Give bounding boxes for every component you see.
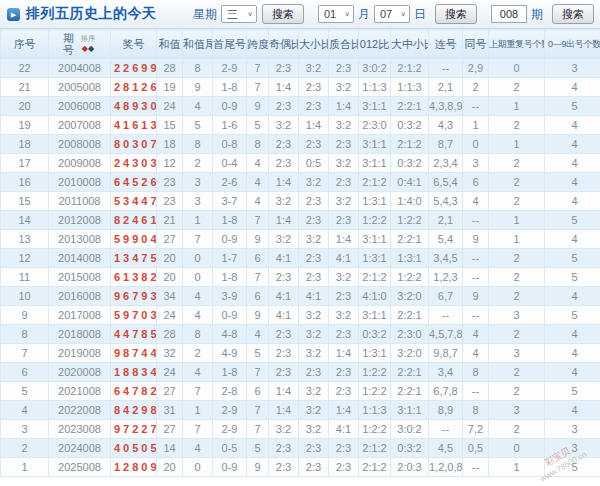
cell-consecutive-numbers: 2,1: [429, 211, 463, 230]
cell-big-mid-small-ratio: 0:4:1: [391, 173, 429, 192]
cell-digit-appear-count: 5: [545, 458, 600, 477]
cell-prize-number: 13475: [111, 249, 157, 268]
cell-big-small-ratio: 2:3: [299, 211, 329, 230]
cell-prime-composite-ratio: 2:3: [329, 173, 359, 192]
cell-sum: 27: [157, 230, 183, 249]
cell-consecutive-numbers: 8,7: [429, 135, 463, 154]
cell-same-numbers: 9: [463, 287, 489, 306]
month-select[interactable]: 01 ∨: [318, 5, 354, 23]
table-row: 32023008972272772-973:23:24:11:2:23:0:2-…: [1, 420, 600, 439]
cell-sum: 31: [157, 401, 183, 420]
col-header-first-last: 首尾号: [213, 30, 247, 59]
cell-period: 2025008: [49, 458, 111, 477]
cell-first-last: 0-9: [213, 458, 247, 477]
cell-big-mid-small-ratio: 3:0:2: [391, 420, 429, 439]
search-controls: 星期 三 ∨ 搜索 01 ∨ 月 07 ∨ 日 搜索 期 搜索: [189, 4, 594, 24]
cell-big-small-ratio: 3:2: [299, 344, 329, 363]
cell-same-numbers: 7,2: [463, 420, 489, 439]
cell-period: 2011008: [49, 192, 111, 211]
cell-sum: 20: [157, 249, 183, 268]
cell-serial: 4: [1, 401, 49, 420]
cell-odd-even-ratio: 2:3: [269, 59, 299, 78]
col-header-prev-repeat-count: 上期重复号个数: [489, 30, 545, 59]
cell-big-small-ratio: 1:4: [299, 116, 329, 135]
cell-prime-composite-ratio: 4:1: [329, 420, 359, 439]
cell-sum: 14: [157, 439, 183, 458]
cell-sum: 27: [157, 420, 183, 439]
cell-sum-tail: 0: [183, 268, 213, 287]
cell-zero-one-two-ratio: 1:3:1: [359, 249, 391, 268]
cell-period: 2012008: [49, 211, 111, 230]
cell-prime-composite-ratio: 2:3: [329, 287, 359, 306]
cell-first-last: 0-8: [213, 135, 247, 154]
cell-sum: 28: [157, 59, 183, 78]
table-row: 112015008613822001-872:32:33:22:1:21:2:2…: [1, 268, 600, 287]
cell-digit-appear-count: 3: [545, 420, 600, 439]
table-row: 162010008645262332-641:43:22:32:1:20:4:1…: [1, 173, 600, 192]
cell-digit-appear-count: 5: [545, 382, 600, 401]
bullet-arrow-icon: ▶: [7, 8, 20, 21]
cell-prev-repeat-count: 2: [489, 154, 545, 173]
cell-consecutive-numbers: 3,4,5: [429, 249, 463, 268]
sort-desc-icon: ◆: [88, 45, 94, 53]
cell-sum: 34: [157, 287, 183, 306]
day-select[interactable]: 07 ∨: [374, 5, 410, 23]
cell-sum: 23: [157, 192, 183, 211]
cell-prize-number: 53447: [111, 192, 157, 211]
cell-big-mid-small-ratio: 2:2:1: [391, 97, 429, 116]
cell-sum: 12: [157, 154, 183, 173]
period-sort-control[interactable]: 排序◆◆: [80, 35, 96, 53]
cell-sum: 21: [157, 211, 183, 230]
cell-same-numbers: 8: [463, 363, 489, 382]
cell-same-numbers: 3: [463, 154, 489, 173]
table-row: 202006008489302440-992:32:31:43:1:12:2:1…: [1, 97, 600, 116]
cell-sum-tail: 0: [183, 458, 213, 477]
issue-input[interactable]: [491, 5, 527, 23]
cell-big-mid-small-ratio: 1:4:0: [391, 192, 429, 211]
cell-digit-appear-count: 4: [545, 78, 600, 97]
cell-span: 9: [247, 230, 269, 249]
cell-serial: 13: [1, 230, 49, 249]
cell-odd-even-ratio: 2:3: [269, 268, 299, 287]
cell-sum-tail: 5: [183, 116, 213, 135]
cell-digit-appear-count: 4: [545, 401, 600, 420]
table-row: 92017008597032440-994:13:23:23:1:12:2:1-…: [1, 306, 600, 325]
cell-big-mid-small-ratio: 3:1:1: [391, 401, 429, 420]
cell-big-small-ratio: 3:2: [299, 401, 329, 420]
page-title: 排列五历史上的今天: [26, 5, 157, 23]
cell-prime-composite-ratio: 2:3: [329, 135, 359, 154]
cell-prime-composite-ratio: 3:2: [329, 116, 359, 135]
cell-sum-tail: 4: [183, 97, 213, 116]
chevron-down-icon: ∨: [344, 10, 350, 17]
cell-prize-number: 64782: [111, 382, 157, 401]
table-row: 212005008281261991-871:42:33:21:1:31:1:3…: [1, 78, 600, 97]
cell-first-last: 0-5: [213, 439, 247, 458]
cell-sum-tail: 4: [183, 287, 213, 306]
date-search-button[interactable]: 搜索: [435, 4, 477, 24]
cell-prize-number: 97227: [111, 420, 157, 439]
cell-period: 2018008: [49, 325, 111, 344]
cell-prev-repeat-count: 3: [489, 344, 545, 363]
cell-digit-appear-count: 4: [545, 230, 600, 249]
table-row: 152011008534472333-743:22:33:21:3:11:4:0…: [1, 192, 600, 211]
cell-serial: 20: [1, 97, 49, 116]
col-header-consecutive-numbers: 连号: [429, 30, 463, 59]
table-row: 62020008188342441-872:32:32:31:2:22:2:13…: [1, 363, 600, 382]
week-search-button[interactable]: 搜索: [262, 4, 304, 24]
cell-span: 8: [247, 135, 269, 154]
cell-span: 7: [247, 268, 269, 287]
cell-consecutive-numbers: 4,3,8,9: [429, 97, 463, 116]
cell-big-mid-small-ratio: 2:0:3: [391, 458, 429, 477]
cell-consecutive-numbers: 4,3: [429, 116, 463, 135]
cell-period: 2015008: [49, 268, 111, 287]
cell-span: 7: [247, 78, 269, 97]
cell-prev-repeat-count: 2: [489, 363, 545, 382]
day-label: 日: [414, 6, 426, 23]
cell-zero-one-two-ratio: 3:1:1: [359, 306, 391, 325]
cell-serial: 21: [1, 78, 49, 97]
issue-search-button[interactable]: 搜索: [552, 4, 594, 24]
cell-period: 2006008: [49, 97, 111, 116]
cell-digit-appear-count: 4: [545, 344, 600, 363]
cell-zero-one-two-ratio: 1:2:2: [359, 363, 391, 382]
week-select[interactable]: 三 ∨: [221, 5, 257, 23]
